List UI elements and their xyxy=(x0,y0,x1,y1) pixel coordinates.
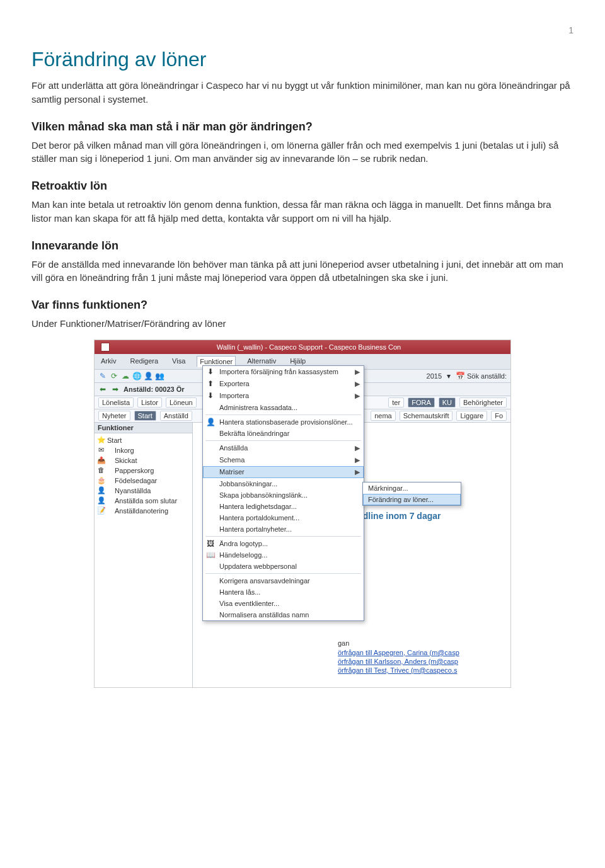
tree-item-icon: 📝 xyxy=(97,506,105,515)
tab-lonelista[interactable]: Lönelista xyxy=(98,397,134,408)
menu-arkiv[interactable]: Arkiv xyxy=(98,356,118,367)
window-titlebar: Wallin (_wallin) - Caspeco Support - Cas… xyxy=(95,340,510,354)
menu-item[interactable]: ⬇Importera▶ xyxy=(203,390,364,402)
tree-item[interactable]: 🗑Papperskorg xyxy=(97,465,190,476)
submenu-forandring-av-loner[interactable]: Förändring av löner... xyxy=(363,494,461,505)
paragraph-when: Det beror på vilken månad man vill göra … xyxy=(32,139,573,166)
menu-item[interactable]: Administrera kassadata... xyxy=(203,402,364,413)
tab-behorigheter[interactable]: Behörigheter xyxy=(459,397,507,408)
menu-item[interactable]: Anställda▶ xyxy=(203,442,364,454)
link-header: gan xyxy=(338,638,459,648)
sidebar: Funktioner ⭐Start✉Inkorg📤Skickat🗑Pappers… xyxy=(95,423,193,687)
menu-item-label: Schema xyxy=(219,456,245,464)
menu-item-icon: 📖 xyxy=(205,551,216,559)
menu-item[interactable]: Hantera portalnyheter... xyxy=(203,523,364,535)
menu-separator xyxy=(205,414,361,415)
heading-innevarande: Innevarande lön xyxy=(32,239,573,253)
paragraph-where: Under Funktioner/Matriser/Förändring av … xyxy=(32,317,573,331)
tree-item[interactable]: 📤Skickat xyxy=(97,455,190,465)
tab-ter[interactable]: ter xyxy=(388,397,404,408)
tree-item-icon: 🗑 xyxy=(97,466,105,474)
link-1[interactable]: örfrågan till Aspegren, Carina (m@casp xyxy=(338,648,459,657)
dropdown-icon[interactable]: ▾ xyxy=(444,372,453,380)
menu-item-label: Händelselogg... xyxy=(219,551,267,559)
submenu-markningar[interactable]: Märkningar... xyxy=(363,483,461,494)
menu-item-label: Jobbansökningar... xyxy=(219,480,277,488)
menu-item[interactable]: 👤Hantera stationsbaserade provisionslöne… xyxy=(203,416,364,428)
user-icon[interactable]: 👤 xyxy=(144,372,153,380)
menu-item[interactable]: Korrigera ansvarsavdelningar xyxy=(203,575,364,586)
menu-item[interactable]: Uppdatera webbpersonal xyxy=(203,561,364,572)
tab-ku[interactable]: KU xyxy=(439,397,456,408)
menu-item[interactable]: Hantera lås... xyxy=(203,586,364,598)
tree-item[interactable]: 🎂Födelsedagar xyxy=(97,476,190,486)
menu-item-label: Ändra logotyp... xyxy=(219,540,268,547)
menu-item-label: Importera xyxy=(219,392,249,399)
back-icon[interactable]: ⬅ xyxy=(98,385,107,394)
submenu-arrow-icon: ▶ xyxy=(355,392,360,400)
menu-item[interactable]: Skapa jobbansökningslänk... xyxy=(203,489,364,501)
menu-item[interactable]: Bekräfta löneändringar xyxy=(203,428,364,439)
tree-item-icon: 👤 xyxy=(97,486,105,494)
link-2[interactable]: örfrågan till Karlsson, Anders (m@casp xyxy=(338,657,459,666)
calendar-icon[interactable]: 📅 xyxy=(456,372,464,380)
menu-separator xyxy=(205,440,361,441)
tree-item[interactable]: ⭐Start xyxy=(97,435,190,445)
tree-item-icon: 🎂 xyxy=(97,476,105,484)
app-window: Wallin (_wallin) - Caspeco Support - Cas… xyxy=(94,340,511,688)
globe-icon[interactable]: 🌐 xyxy=(132,372,141,380)
tree-item-icon: 📤 xyxy=(97,456,105,464)
paragraph-innevarande: För de anställda med innevarande lön beh… xyxy=(32,258,573,285)
menu-item[interactable]: Normalisera anställdas namn xyxy=(203,609,364,620)
menu-item-label: Matriser xyxy=(219,468,245,476)
menu-item-label: Hantera stationsbaserade provisionslöner… xyxy=(219,418,353,426)
menu-item[interactable]: ⬇Importera försäljning från kassasystem▶ xyxy=(203,366,364,378)
link-3[interactable]: örfrågan till Test, Trivec (m@caspeco.s xyxy=(338,666,459,675)
deadline-text: adline inom 7 dagar xyxy=(358,511,441,521)
tab-liggare[interactable]: Liggare xyxy=(456,411,487,421)
window-icon xyxy=(101,343,110,351)
menu-item-label: Skapa jobbansökningslänk... xyxy=(219,491,308,499)
menu-item[interactable]: 📖Händelselogg... xyxy=(203,549,364,561)
tree-item[interactable]: 👤Nyanställda xyxy=(97,486,190,496)
tab-listor[interactable]: Listor xyxy=(137,397,162,408)
tab-fora[interactable]: FORA xyxy=(408,397,435,408)
year-label: 2015 xyxy=(427,372,442,380)
menu-item[interactable]: Hantera ledighetsdagar... xyxy=(203,501,364,512)
wand-icon[interactable]: ✎ xyxy=(98,372,107,380)
menu-item-icon: ⬇ xyxy=(205,367,216,376)
forward-icon[interactable]: ➡ xyxy=(111,385,120,394)
tab-schemautskrift[interactable]: Schemautskrift xyxy=(400,411,453,421)
users-icon[interactable]: 👥 xyxy=(155,372,164,380)
menu-item-label: Administrera kassadata... xyxy=(219,404,297,411)
heading-when: Vilken månad ska man stå i när man gör ä… xyxy=(32,120,573,134)
menu-item-label: Normalisera anställdas namn xyxy=(219,611,309,619)
menu-item[interactable]: Hantera portaldokument... xyxy=(203,512,364,523)
tab-nema[interactable]: nema xyxy=(371,411,396,421)
tab-anstalld[interactable]: Anställd xyxy=(160,411,192,421)
doc-title: Förändring av löner xyxy=(32,48,573,71)
tab-nyheter[interactable]: Nyheter xyxy=(98,411,130,421)
menu-item-label: Hantera ledighetsdagar... xyxy=(219,503,297,510)
tree-item[interactable]: 📝Anställdanotering xyxy=(97,506,190,516)
tree-item[interactable]: 👤Anställda som slutar xyxy=(97,496,190,506)
menu-item[interactable]: Schema▶ xyxy=(203,454,364,466)
sync-icon[interactable]: ☁ xyxy=(121,372,130,380)
menu-item[interactable]: Matriser▶ xyxy=(203,466,364,478)
tree-item[interactable]: ✉Inkorg xyxy=(97,445,190,455)
tree-item-icon: ⭐ xyxy=(97,436,105,444)
menu-redigera[interactable]: Redigera xyxy=(127,356,161,367)
menu-item-label: Hantera lås... xyxy=(219,588,260,596)
menu-item[interactable]: Visa eventklienter... xyxy=(203,598,364,609)
tab-start[interactable]: Start xyxy=(134,411,156,421)
menu-item[interactable]: 🖼Ändra logotyp... xyxy=(203,538,364,549)
refresh-icon[interactable]: ⟳ xyxy=(110,372,118,380)
tab-loneun[interactable]: Löneun xyxy=(166,397,197,408)
menu-item[interactable]: ⬆Exportera▶ xyxy=(203,378,364,390)
tree-item-icon: 👤 xyxy=(97,496,105,505)
menu-item-label: Hantera portaldokument... xyxy=(219,514,299,522)
submenu-arrow-icon: ▶ xyxy=(355,444,360,452)
tab-fo[interactable]: Fo xyxy=(491,411,507,421)
menu-item[interactable]: Jobbansökningar... xyxy=(203,478,364,489)
menu-visa[interactable]: Visa xyxy=(170,356,188,367)
